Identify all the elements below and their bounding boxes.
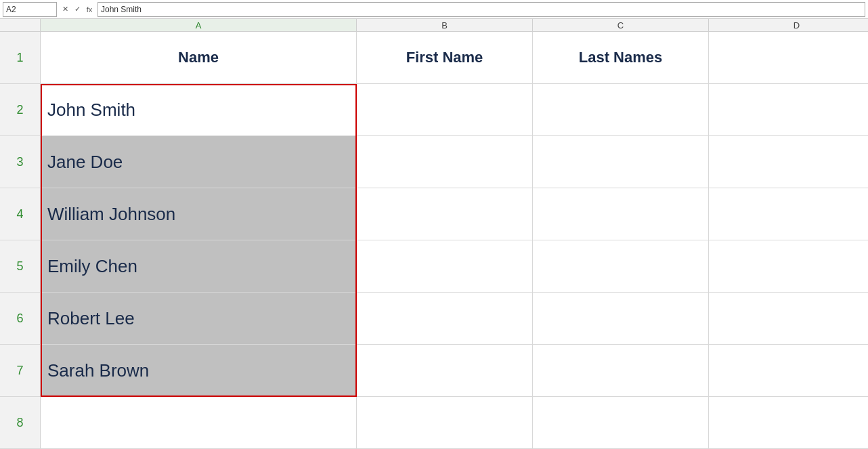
cell-C1[interactable]: Last Names <box>533 32 709 83</box>
cell-B8[interactable] <box>357 397 533 448</box>
table-row: 5 Emily Chen <box>0 240 868 293</box>
cell-B1[interactable]: First Name <box>357 32 533 83</box>
row-number-3: 3 <box>0 136 41 188</box>
table-row: 8 <box>0 397 868 449</box>
col-header-D[interactable]: D <box>709 19 868 31</box>
table-row: 2 John Smith <box>0 84 868 136</box>
column-headers: A B C D <box>0 19 868 32</box>
cell-B3[interactable] <box>357 136 533 188</box>
formula-input[interactable] <box>97 2 865 17</box>
row-number-1: 1 <box>0 32 41 83</box>
cell-B7[interactable] <box>357 345 533 396</box>
table-row: 4 William Johnson <box>0 188 868 240</box>
cell-D2[interactable] <box>709 84 868 135</box>
col-header-A[interactable]: A <box>41 19 357 31</box>
col-header-C[interactable]: C <box>533 19 709 31</box>
cell-C7[interactable] <box>533 345 709 396</box>
cell-A3[interactable]: Jane Doe <box>41 136 357 188</box>
selection-container: 2 John Smith 3 Jane Doe 4 Wi <box>0 84 868 397</box>
cell-D6[interactable] <box>709 293 868 344</box>
cell-C2[interactable] <box>533 84 709 135</box>
formula-bar-controls: ✕ ✓ fx <box>60 5 95 14</box>
row-number-8: 8 <box>0 397 41 448</box>
row-number-6: 6 <box>0 293 41 344</box>
table-row: 3 Jane Doe <box>0 136 868 188</box>
cell-D4[interactable] <box>709 188 868 240</box>
function-icon[interactable]: fx <box>84 5 95 14</box>
cell-A4[interactable]: William Johnson <box>41 188 357 240</box>
cell-C5[interactable] <box>533 240 709 292</box>
name-box[interactable]: A2 <box>3 2 57 17</box>
row-number-4: 4 <box>0 188 41 240</box>
cell-A7[interactable]: Sarah Brown <box>41 345 357 396</box>
cell-A5[interactable]: Emily Chen <box>41 240 357 292</box>
table-row: 1 Name First Name Last Names <box>0 32 868 84</box>
cell-D1[interactable] <box>709 32 868 83</box>
table-row: 7 Sarah Brown <box>0 345 868 397</box>
cell-D3[interactable] <box>709 136 868 188</box>
col-header-B[interactable]: B <box>357 19 533 31</box>
cell-B2[interactable] <box>357 84 533 135</box>
cancel-icon[interactable]: ✕ <box>60 5 70 14</box>
grid-body: 1 Name First Name Last Names 2 John Smit… <box>0 32 868 449</box>
cell-A8[interactable] <box>41 397 357 448</box>
cell-C4[interactable] <box>533 188 709 240</box>
confirm-icon[interactable]: ✓ <box>72 5 83 14</box>
cell-C8[interactable] <box>533 397 709 448</box>
cell-A1[interactable]: Name <box>41 32 357 83</box>
grid-area: A B C D 1 Name First Name Last Names 2 <box>0 19 868 449</box>
cell-D8[interactable] <box>709 397 868 448</box>
spreadsheet: A2 ✕ ✓ fx A B C D 1 Name First Name Last… <box>0 0 868 449</box>
cell-B5[interactable] <box>357 240 533 292</box>
row-number-2: 2 <box>0 84 41 135</box>
cell-D7[interactable] <box>709 345 868 396</box>
formula-bar: A2 ✕ ✓ fx <box>0 0 868 19</box>
table-row: 6 Robert Lee <box>0 293 868 345</box>
cell-A2[interactable]: John Smith <box>41 84 357 135</box>
row-number-7: 7 <box>0 345 41 396</box>
cell-B4[interactable] <box>357 188 533 240</box>
cell-D5[interactable] <box>709 240 868 292</box>
row-number-5: 5 <box>0 240 41 292</box>
cell-C3[interactable] <box>533 136 709 188</box>
corner-spacer <box>0 19 41 31</box>
cell-B6[interactable] <box>357 293 533 344</box>
cell-C6[interactable] <box>533 293 709 344</box>
cell-A6[interactable]: Robert Lee <box>41 293 357 344</box>
